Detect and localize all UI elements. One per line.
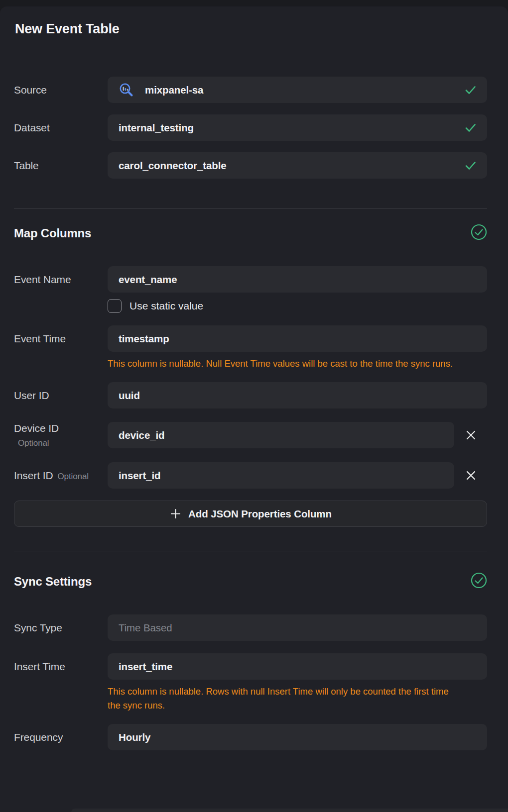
sync-settings-heading: Sync Settings [14, 575, 92, 589]
sync-type-row: Sync Type Time Based [14, 614, 487, 641]
mixpanel-logo-icon [119, 82, 134, 98]
insert-id-row: Insert IDOptional insert_id [14, 462, 487, 489]
frequency-value: Hourly [119, 731, 477, 743]
map-columns-valid-circle-check-icon [471, 224, 487, 242]
sync-type-label: Sync Type [14, 622, 108, 634]
map-columns-heading: Map Columns [14, 226, 91, 240]
table-select[interactable]: carol_connector_table [108, 152, 487, 179]
insert-id-label-text: Insert ID [14, 470, 53, 481]
page-title: New Event Table [15, 21, 487, 37]
add-json-properties-button[interactable]: Add JSON Properties Column [14, 501, 487, 527]
dataset-valid-check-icon [464, 121, 477, 134]
device-id-label: Device ID Optional [14, 422, 108, 448]
user-id-value: uuid [119, 390, 477, 402]
insert-id-remove-button[interactable] [462, 467, 480, 485]
event-name-label: Event Name [14, 274, 108, 286]
insert-time-value: insert_time [119, 661, 477, 673]
source-label: Source [14, 84, 108, 96]
device-id-remove-cell [454, 426, 487, 444]
event-time-label: Event Time [14, 333, 108, 345]
frequency-row: Frequency Hourly [14, 724, 487, 750]
insert-id-label: Insert IDOptional [14, 470, 108, 482]
dataset-label: Dataset [14, 122, 108, 134]
user-id-label: User ID [14, 390, 108, 402]
frequency-label: Frequency [14, 731, 108, 743]
event-name-value: event_name [119, 274, 477, 286]
static-value-row: Use static value [108, 299, 487, 313]
event-name-select[interactable]: event_name [108, 266, 487, 293]
sync-type-value: Time Based [119, 622, 477, 634]
device-id-row: Device ID Optional device_id [14, 422, 487, 448]
use-static-value-checkbox[interactable] [108, 299, 122, 313]
section-divider [14, 551, 487, 551]
device-id-optional-tag: Optional [18, 438, 108, 448]
dataset-value: internal_testing [119, 122, 464, 134]
event-time-nullable-warning: This column is nullable. Null Event Time… [108, 357, 459, 371]
new-event-table-panel: New Event Table Source mixpanel-sa [0, 6, 508, 812]
table-label: Table [14, 160, 108, 172]
event-time-select[interactable]: timestamp [108, 325, 487, 352]
table-row: Table carol_connector_table [14, 152, 487, 179]
insert-id-select[interactable]: insert_id [108, 462, 454, 489]
device-id-select[interactable]: device_id [108, 422, 454, 448]
event-time-row: Event Time timestamp [14, 325, 487, 352]
source-valid-check-icon [464, 83, 477, 97]
device-id-label-text: Device ID [14, 422, 59, 434]
user-id-row: User ID uuid [14, 382, 487, 408]
table-value: carol_connector_table [119, 160, 464, 172]
x-close-icon [465, 429, 477, 441]
plus-icon [169, 508, 182, 520]
device-id-value: device_id [119, 429, 444, 441]
x-close-icon [465, 470, 477, 481]
map-columns-header: Map Columns [14, 224, 487, 242]
add-json-properties-label: Add JSON Properties Column [188, 508, 332, 520]
source-select[interactable]: mixpanel-sa [108, 77, 487, 103]
event-time-value: timestamp [119, 333, 477, 345]
insert-time-select[interactable]: insert_time [108, 653, 487, 680]
sync-settings-valid-circle-check-icon [471, 572, 487, 591]
source-value: mixpanel-sa [145, 84, 464, 96]
user-id-select[interactable]: uuid [108, 382, 487, 408]
next-element-peek [71, 809, 508, 812]
dataset-select[interactable]: internal_testing [108, 114, 487, 141]
frequency-select[interactable]: Hourly [108, 724, 487, 750]
use-static-value-label: Use static value [129, 300, 203, 312]
dataset-row: Dataset internal_testing [14, 114, 487, 141]
insert-time-label: Insert Time [14, 661, 108, 673]
insert-id-remove-cell [454, 467, 487, 485]
sync-type-select[interactable]: Time Based [108, 614, 487, 641]
device-id-remove-button[interactable] [462, 426, 480, 444]
insert-time-nullable-warning: This column is nullable. Rows with null … [108, 685, 459, 712]
insert-time-row: Insert Time insert_time [14, 653, 487, 680]
table-valid-check-icon [464, 159, 477, 172]
source-row: Source mixpanel-sa [14, 77, 487, 103]
section-divider [14, 208, 487, 209]
sync-settings-header: Sync Settings [14, 572, 487, 591]
insert-id-value: insert_id [119, 470, 444, 482]
insert-id-optional-tag: Optional [57, 472, 89, 481]
event-name-row: Event Name event_name [14, 266, 487, 293]
